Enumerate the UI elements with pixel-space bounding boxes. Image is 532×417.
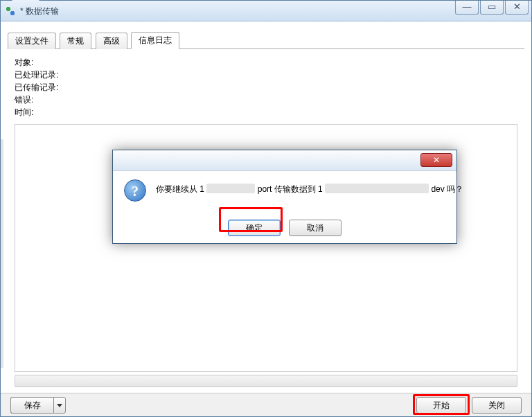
- ok-button[interactable]: 确定: [228, 220, 281, 236]
- summary-processed: 已处理记录:: [15, 69, 58, 81]
- tab-info-log[interactable]: 信息日志: [131, 32, 179, 49]
- close-button[interactable]: ✕: [505, 1, 529, 15]
- question-icon: ?: [124, 179, 146, 202]
- dialog-msg-part3: dev 吗？: [431, 184, 463, 194]
- save-button[interactable]: 保存: [10, 397, 53, 414]
- tab-settings-file[interactable]: 设置文件: [8, 33, 56, 49]
- dialog-close-button[interactable]: ✕: [420, 153, 452, 167]
- summary-block: 对象: 已处理记录: 已传输记录: 错误: 时间:: [15, 56, 58, 118]
- close-window-button[interactable]: 关闭: [472, 397, 522, 414]
- titlebar: * 数据传输 — ▭ ✕: [1, 1, 531, 21]
- summary-time: 时间:: [15, 106, 58, 118]
- window-controls: — ▭ ✕: [455, 1, 529, 15]
- summary-transferred: 已传输记录:: [15, 81, 58, 94]
- dialog-buttons: 确定 取消: [113, 220, 456, 236]
- bottom-bar: 保存 开始 关闭: [1, 393, 531, 416]
- save-dropdown-button[interactable]: [53, 397, 66, 414]
- dialog-body: ? 你要继续从 1 port 传输数据到 1 dev 吗？ 确定 取消: [113, 171, 456, 245]
- tab-general[interactable]: 常规: [60, 33, 91, 49]
- left-strip-artifact: [1, 139, 3, 368]
- redacted-target: [325, 184, 429, 193]
- dialog-msg-part2: port 传输数据到 1: [258, 184, 323, 194]
- tabstrip: 设置文件 常规 高级 信息日志: [8, 31, 524, 49]
- save-button-group: 保存: [10, 397, 66, 414]
- tab-advanced[interactable]: 高级: [96, 33, 127, 49]
- minimize-button[interactable]: —: [455, 1, 479, 15]
- summary-objects: 对象:: [15, 56, 58, 69]
- maximize-button[interactable]: ▭: [480, 1, 504, 15]
- app-icon: [5, 6, 16, 17]
- redacted-source: [206, 184, 255, 193]
- summary-errors: 错误:: [15, 94, 58, 106]
- start-button[interactable]: 开始: [416, 397, 466, 414]
- confirm-dialog: ✕ ? 你要继续从 1 port 传输数据到 1 dev 吗？ 确定 取消: [112, 150, 457, 244]
- dialog-message: 你要继续从 1 port 传输数据到 1 dev 吗？: [156, 184, 445, 195]
- window-title: * 数据传输: [20, 6, 59, 17]
- horizontal-scrollbar[interactable]: [15, 375, 517, 387]
- dialog-titlebar: ✕: [113, 150, 456, 171]
- dialog-msg-part1: 你要继续从 1: [156, 184, 204, 194]
- cancel-button[interactable]: 取消: [289, 220, 342, 236]
